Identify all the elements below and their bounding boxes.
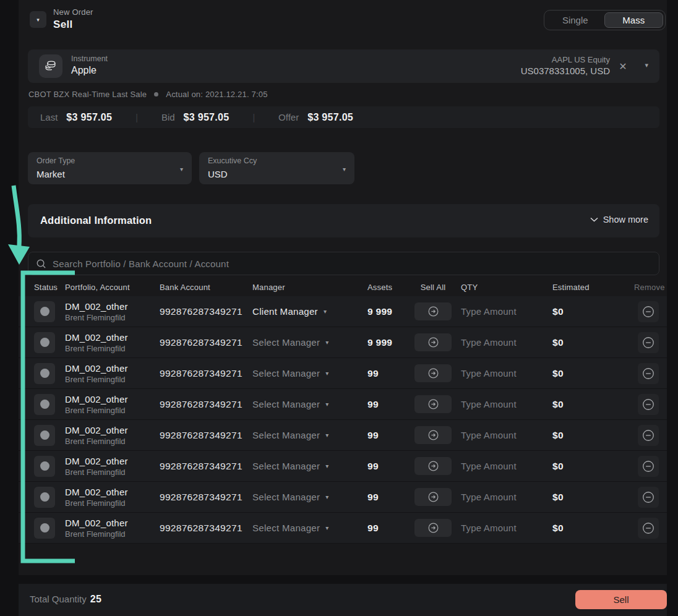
bank-account-number: 992876287349271 (160, 368, 252, 379)
qty-input[interactable]: Type Amount (461, 337, 552, 348)
table-row: DM_002_other Brent Flemingfild 992876287… (19, 358, 667, 389)
status-chip (34, 518, 55, 539)
remove-cell (634, 301, 659, 322)
additional-information-title: Additional Information (40, 215, 152, 226)
close-icon: ✕ (619, 61, 627, 72)
manager-value: Select Manager (252, 337, 320, 348)
instrument-dropdown-caret[interactable]: ▾ (645, 61, 648, 69)
arrow-right-circle-icon (427, 336, 440, 349)
bid-price-label: Bid (161, 112, 175, 122)
status-dot-icon (40, 523, 49, 533)
assets-value: 9 999 (364, 337, 405, 348)
arrow-right-circle-icon (427, 398, 440, 411)
executive-ccy-select[interactable]: Exucutive Ccy USD ▾ (199, 152, 354, 184)
sell-all-cell (405, 333, 461, 351)
new-order-screen: ▾ New Order Sell Single Mass Inst (0, 0, 678, 616)
minus-circle-icon (642, 336, 655, 349)
manager-select[interactable]: Select Manager ▾ (252, 368, 364, 379)
column-header-portfolio-account: Portfolio, Account (65, 283, 160, 292)
qty-input[interactable]: Type Amount (461, 461, 552, 471)
qty-input[interactable]: Type Amount (461, 492, 552, 502)
status-chip (34, 332, 55, 353)
chevron-down-icon: ▾ (325, 432, 328, 438)
manager-select[interactable]: Select Manager ▾ (252, 523, 364, 533)
search-icon (36, 259, 46, 269)
assets-value: 99 (364, 368, 405, 379)
chevron-down-icon: ▾ (180, 166, 183, 173)
order-type-select[interactable]: Order Type Market ▾ (28, 152, 192, 184)
qty-input[interactable]: Type Amount (461, 368, 552, 379)
manager-value: Select Manager (252, 492, 320, 502)
qty-input[interactable]: Type Amount (461, 399, 552, 409)
sell-all-button[interactable] (414, 395, 452, 413)
bank-account-number: 992876287349271 (160, 461, 252, 472)
estimated-value: $0 (552, 337, 634, 348)
remove-row-button[interactable] (638, 487, 659, 508)
order-type-dropdown-button[interactable]: ▾ (30, 11, 46, 28)
remove-row-button[interactable] (638, 394, 659, 415)
remove-cell (634, 518, 659, 539)
bid-price-value: $3 957.05 (184, 112, 230, 123)
manager-value: Client Manager (252, 306, 318, 317)
search-input[interactable] (53, 259, 651, 269)
column-header-status: Status (34, 283, 65, 292)
order-type-field-label: Order Type (36, 156, 75, 165)
toggle-option-mass[interactable]: Mass (604, 12, 664, 28)
status-cell (34, 518, 65, 539)
offer-price: Offer $3 957.05 (278, 112, 353, 123)
sell-all-cell (405, 302, 461, 320)
column-header-remove: Remove (634, 283, 665, 292)
sell-all-button[interactable] (414, 333, 452, 351)
estimated-value: $0 (552, 430, 634, 441)
remove-row-button[interactable] (638, 301, 659, 322)
sell-all-button[interactable] (414, 302, 452, 320)
status-chip (34, 301, 55, 322)
show-more-button[interactable]: Show more (590, 215, 648, 225)
portfolio-account-cell: DM_002_other Brent Flemingfild (65, 394, 160, 415)
manager-select[interactable]: Select Manager ▾ (252, 461, 364, 471)
manager-select[interactable]: Select Manager ▾ (252, 492, 364, 502)
sell-all-button[interactable] (414, 426, 452, 444)
qty-input[interactable]: Type Amount (461, 430, 552, 440)
manager-value: Select Manager (252, 399, 320, 409)
portfolio-name: DM_002_other (65, 456, 160, 466)
manager-select[interactable]: Select Manager ▾ (252, 337, 364, 348)
remove-row-button[interactable] (638, 425, 659, 446)
account-owner: Brent Flemingfild (65, 344, 160, 353)
column-header-sell-all: Sell All (405, 283, 461, 292)
arrow-right-circle-icon (427, 367, 440, 380)
sell-all-button[interactable] (414, 519, 452, 537)
portfolio-name: DM_002_other (65, 425, 160, 435)
qty-input[interactable]: Type Amount (461, 523, 552, 533)
offer-price-value: $3 957.05 (307, 112, 353, 123)
remove-row-button[interactable] (638, 332, 659, 353)
sell-all-button[interactable] (414, 364, 452, 382)
remove-row-button[interactable] (638, 518, 659, 539)
sell-all-button[interactable] (414, 457, 452, 475)
portfolio-name: DM_002_other (65, 487, 160, 497)
assets-value: 99 (364, 492, 405, 503)
manager-select[interactable]: Client Manager ▾ (252, 306, 364, 317)
portfolio-account-cell: DM_002_other Brent Flemingfild (65, 363, 160, 384)
table-row: DM_002_other Brent Flemingfild 992876287… (19, 296, 667, 327)
qty-input[interactable]: Type Amount (461, 306, 552, 317)
table-body: DM_002_other Brent Flemingfild 992876287… (19, 296, 667, 544)
clear-instrument-button[interactable]: ✕ (616, 59, 630, 73)
manager-select[interactable]: Select Manager ▾ (252, 399, 364, 409)
market-data-timestamp: Actual on: 2021.12.21. 7:05 (166, 90, 267, 99)
table-row: DM_002_other Brent Flemingfild 992876287… (19, 327, 667, 358)
total-quantity-label: Total Quantity (30, 594, 87, 604)
page-title: Sell (53, 19, 93, 31)
manager-select[interactable]: Select Manager ▾ (252, 430, 364, 440)
column-header-bank-account: Bank Account (160, 283, 252, 292)
assets-value: 99 (364, 430, 405, 441)
instrument-card: Instrument Apple AAPL US Equity US037833… (28, 49, 659, 83)
total-quantity: Total Quantity25 (30, 594, 101, 605)
remove-row-button[interactable] (638, 363, 659, 384)
sell-all-button[interactable] (414, 488, 452, 506)
sell-button[interactable]: Sell (575, 590, 667, 609)
toggle-option-single[interactable]: Single (546, 12, 604, 28)
coins-icon (39, 54, 62, 78)
chevron-down-icon: ▾ (325, 524, 328, 531)
remove-row-button[interactable] (638, 456, 659, 477)
